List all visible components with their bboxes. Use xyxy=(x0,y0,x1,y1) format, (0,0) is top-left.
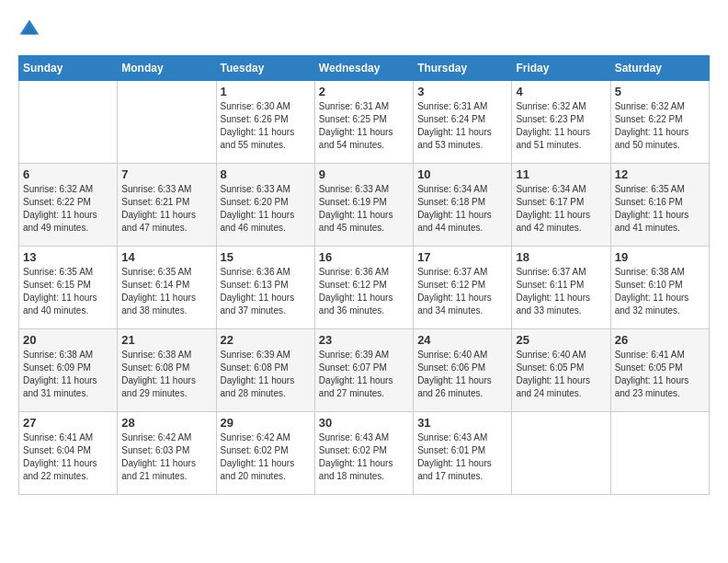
week-row-3: 13Sunrise: 6:35 AM Sunset: 6:15 PM Dayli… xyxy=(19,247,710,329)
calendar-cell: 20Sunrise: 6:38 AM Sunset: 6:09 PM Dayli… xyxy=(19,329,118,412)
calendar-cell: 6Sunrise: 6:32 AM Sunset: 6:22 PM Daylig… xyxy=(19,164,118,247)
day-info: Sunrise: 6:32 AM Sunset: 6:22 PM Dayligh… xyxy=(23,183,113,235)
day-info: Sunrise: 6:38 AM Sunset: 6:08 PM Dayligh… xyxy=(121,349,211,400)
weekday-header-wednesday: Wednesday xyxy=(314,56,413,81)
day-number: 28 xyxy=(121,416,211,430)
day-info: Sunrise: 6:35 AM Sunset: 6:15 PM Dayligh… xyxy=(23,266,113,317)
day-info: Sunrise: 6:43 AM Sunset: 6:02 PM Dayligh… xyxy=(319,431,409,483)
calendar-cell: 19Sunrise: 6:38 AM Sunset: 6:10 PM Dayli… xyxy=(610,247,709,329)
calendar-cell: 23Sunrise: 6:39 AM Sunset: 6:07 PM Dayli… xyxy=(314,329,413,412)
day-info: Sunrise: 6:32 AM Sunset: 6:23 PM Dayligh… xyxy=(516,100,606,152)
calendar-cell: 16Sunrise: 6:36 AM Sunset: 6:12 PM Dayli… xyxy=(314,247,413,329)
day-info: Sunrise: 6:31 AM Sunset: 6:25 PM Dayligh… xyxy=(319,100,409,152)
day-info: Sunrise: 6:36 AM Sunset: 6:13 PM Dayligh… xyxy=(221,266,311,317)
day-info: Sunrise: 6:41 AM Sunset: 6:04 PM Dayligh… xyxy=(23,431,113,483)
day-info: Sunrise: 6:34 AM Sunset: 6:17 PM Dayligh… xyxy=(516,183,606,235)
calendar-cell: 31Sunrise: 6:43 AM Sunset: 6:01 PM Dayli… xyxy=(414,412,512,495)
calendar-cell: 9Sunrise: 6:33 AM Sunset: 6:19 PM Daylig… xyxy=(314,164,413,247)
day-info: Sunrise: 6:39 AM Sunset: 6:07 PM Dayligh… xyxy=(319,349,409,400)
day-info: Sunrise: 6:36 AM Sunset: 6:12 PM Dayligh… xyxy=(319,266,409,317)
logo xyxy=(18,18,44,40)
day-number: 9 xyxy=(319,167,409,181)
calendar-cell: 24Sunrise: 6:40 AM Sunset: 6:06 PM Dayli… xyxy=(414,329,512,412)
day-info: Sunrise: 6:37 AM Sunset: 6:11 PM Dayligh… xyxy=(516,266,606,317)
page-header xyxy=(18,18,710,40)
day-number: 12 xyxy=(615,167,705,181)
calendar-cell: 13Sunrise: 6:35 AM Sunset: 6:15 PM Dayli… xyxy=(19,247,118,329)
calendar-cell: 5Sunrise: 6:32 AM Sunset: 6:22 PM Daylig… xyxy=(610,81,709,164)
day-info: Sunrise: 6:38 AM Sunset: 6:09 PM Dayligh… xyxy=(23,349,113,400)
day-info: Sunrise: 6:40 AM Sunset: 6:06 PM Dayligh… xyxy=(417,349,507,400)
calendar-cell: 12Sunrise: 6:35 AM Sunset: 6:16 PM Dayli… xyxy=(610,164,709,247)
day-info: Sunrise: 6:35 AM Sunset: 6:16 PM Dayligh… xyxy=(615,183,705,235)
day-number: 24 xyxy=(417,333,507,347)
day-number: 5 xyxy=(615,85,705,98)
calendar-cell: 27Sunrise: 6:41 AM Sunset: 6:04 PM Dayli… xyxy=(19,412,118,495)
day-number: 6 xyxy=(23,167,113,181)
calendar-cell: 7Sunrise: 6:33 AM Sunset: 6:21 PM Daylig… xyxy=(118,164,216,247)
day-number: 20 xyxy=(23,333,113,347)
calendar-cell: 29Sunrise: 6:42 AM Sunset: 6:02 PM Dayli… xyxy=(216,412,314,495)
calendar-cell: 15Sunrise: 6:36 AM Sunset: 6:13 PM Dayli… xyxy=(216,247,314,329)
day-number: 1 xyxy=(221,85,311,98)
day-info: Sunrise: 6:38 AM Sunset: 6:10 PM Dayligh… xyxy=(615,266,705,317)
weekday-header-monday: Monday xyxy=(118,56,216,81)
calendar-cell xyxy=(512,412,610,495)
day-info: Sunrise: 6:42 AM Sunset: 6:02 PM Dayligh… xyxy=(221,431,311,483)
week-row-2: 6Sunrise: 6:32 AM Sunset: 6:22 PM Daylig… xyxy=(19,164,710,247)
day-number: 25 xyxy=(516,333,606,347)
day-number: 31 xyxy=(417,416,507,430)
calendar-cell xyxy=(118,81,216,164)
weekday-header-saturday: Saturday xyxy=(610,56,709,81)
day-number: 16 xyxy=(319,250,409,264)
day-number: 7 xyxy=(121,167,211,181)
day-number: 23 xyxy=(319,333,409,347)
logo-icon xyxy=(18,18,40,40)
calendar-cell: 30Sunrise: 6:43 AM Sunset: 6:02 PM Dayli… xyxy=(314,412,413,495)
day-info: Sunrise: 6:40 AM Sunset: 6:05 PM Dayligh… xyxy=(516,349,606,400)
calendar-cell: 8Sunrise: 6:33 AM Sunset: 6:20 PM Daylig… xyxy=(216,164,314,247)
calendar-cell: 28Sunrise: 6:42 AM Sunset: 6:03 PM Dayli… xyxy=(118,412,216,495)
day-info: Sunrise: 6:37 AM Sunset: 6:12 PM Dayligh… xyxy=(417,266,507,317)
calendar-cell: 18Sunrise: 6:37 AM Sunset: 6:11 PM Dayli… xyxy=(512,247,610,329)
day-number: 11 xyxy=(516,167,606,181)
calendar-cell: 26Sunrise: 6:41 AM Sunset: 6:05 PM Dayli… xyxy=(610,329,709,412)
calendar-cell xyxy=(19,81,118,164)
day-info: Sunrise: 6:32 AM Sunset: 6:22 PM Dayligh… xyxy=(615,100,705,152)
day-number: 3 xyxy=(417,85,507,98)
day-info: Sunrise: 6:34 AM Sunset: 6:18 PM Dayligh… xyxy=(417,183,507,235)
day-number: 14 xyxy=(121,250,211,264)
calendar-cell: 1Sunrise: 6:30 AM Sunset: 6:26 PM Daylig… xyxy=(216,81,314,164)
calendar-cell: 11Sunrise: 6:34 AM Sunset: 6:17 PM Dayli… xyxy=(512,164,610,247)
calendar-cell: 4Sunrise: 6:32 AM Sunset: 6:23 PM Daylig… xyxy=(512,81,610,164)
day-info: Sunrise: 6:42 AM Sunset: 6:03 PM Dayligh… xyxy=(121,431,211,483)
calendar-cell: 25Sunrise: 6:40 AM Sunset: 6:05 PM Dayli… xyxy=(512,329,610,412)
day-info: Sunrise: 6:33 AM Sunset: 6:20 PM Dayligh… xyxy=(221,183,311,235)
day-number: 15 xyxy=(221,250,311,264)
weekday-header-sunday: Sunday xyxy=(19,56,118,81)
weekday-header-friday: Friday xyxy=(512,56,610,81)
calendar-cell: 3Sunrise: 6:31 AM Sunset: 6:24 PM Daylig… xyxy=(414,81,512,164)
day-number: 17 xyxy=(417,250,507,264)
day-info: Sunrise: 6:33 AM Sunset: 6:19 PM Dayligh… xyxy=(319,183,409,235)
day-number: 21 xyxy=(121,333,211,347)
calendar-cell: 10Sunrise: 6:34 AM Sunset: 6:18 PM Dayli… xyxy=(414,164,512,247)
week-row-1: 1Sunrise: 6:30 AM Sunset: 6:26 PM Daylig… xyxy=(19,81,710,164)
day-number: 4 xyxy=(516,85,606,98)
week-row-4: 20Sunrise: 6:38 AM Sunset: 6:09 PM Dayli… xyxy=(19,329,710,412)
calendar-cell: 21Sunrise: 6:38 AM Sunset: 6:08 PM Dayli… xyxy=(118,329,216,412)
calendar-cell: 14Sunrise: 6:35 AM Sunset: 6:14 PM Dayli… xyxy=(118,247,216,329)
day-number: 30 xyxy=(319,416,409,430)
calendar-cell: 2Sunrise: 6:31 AM Sunset: 6:25 PM Daylig… xyxy=(314,81,413,164)
day-number: 19 xyxy=(615,250,705,264)
day-info: Sunrise: 6:41 AM Sunset: 6:05 PM Dayligh… xyxy=(615,349,705,400)
day-number: 8 xyxy=(221,167,311,181)
weekday-header-row: SundayMondayTuesdayWednesdayThursdayFrid… xyxy=(19,56,710,81)
weekday-header-thursday: Thursday xyxy=(414,56,512,81)
day-number: 10 xyxy=(417,167,507,181)
day-number: 29 xyxy=(221,416,311,430)
day-info: Sunrise: 6:35 AM Sunset: 6:14 PM Dayligh… xyxy=(121,266,211,317)
calendar-cell: 17Sunrise: 6:37 AM Sunset: 6:12 PM Dayli… xyxy=(414,247,512,329)
day-number: 27 xyxy=(23,416,113,430)
week-row-5: 27Sunrise: 6:41 AM Sunset: 6:04 PM Dayli… xyxy=(19,412,710,495)
